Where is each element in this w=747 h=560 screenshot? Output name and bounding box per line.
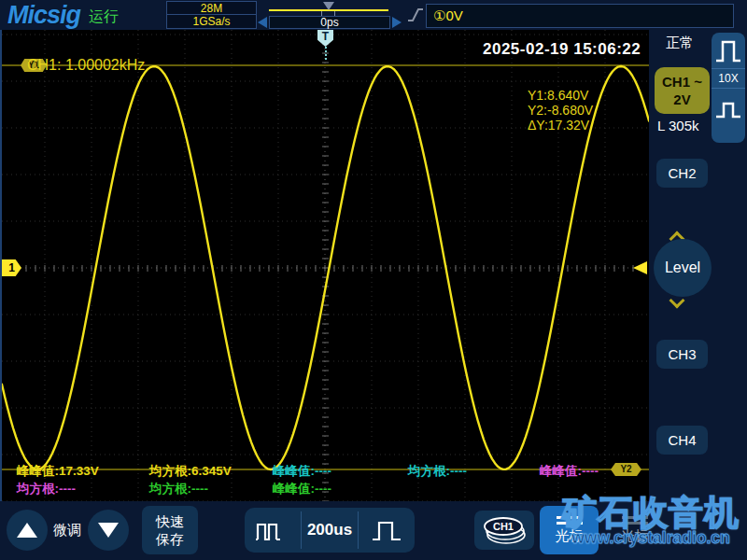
- ch2-button[interactable]: CH2: [656, 159, 708, 188]
- cursor-lines-icon: [557, 522, 583, 525]
- cursor-y2-value: Y2:-8.680V: [528, 103, 593, 118]
- cursor-y1-value: Y1:8.640V: [528, 88, 593, 103]
- trigger-position-slider-icon[interactable]: [323, 2, 334, 10]
- measurement-ch1-pkpk: 峰峰值:17.33V: [17, 463, 99, 480]
- fine-tune-up-button[interactable]: [7, 510, 48, 551]
- ch3-button[interactable]: CH3: [656, 340, 708, 369]
- bottom-toolbar: 微调 快速 保存 200us: [0, 501, 747, 560]
- timebase-control: 200us: [245, 508, 415, 553]
- measurement-ch3-rms: 均方根:----: [17, 481, 76, 497]
- cursor-lines-icon: [557, 516, 583, 519]
- sample-rate: 1GSa/s: [167, 15, 256, 28]
- trigger-position-right-arrow-icon[interactable]: [392, 17, 402, 28]
- pulse-low-icon[interactable]: [713, 89, 743, 124]
- cursor-dy-value: ΔY:17.32V: [528, 118, 593, 133]
- acquisition-info-box[interactable]: 28M 1GSa/s: [166, 1, 257, 29]
- measurement-ch2-rms: 均方根:----: [408, 463, 467, 480]
- secondary-button-label: 光标: [605, 527, 664, 545]
- measurement-ch4-rms: 均方根:----: [149, 481, 208, 497]
- cursor-y2-tag[interactable]: Y2: [611, 463, 641, 476]
- active-channel-select-button[interactable]: CH1: [474, 511, 534, 550]
- cursor-menu-button[interactable]: 光标: [540, 506, 599, 554]
- single-pulse-icon: [370, 517, 403, 543]
- trigger-level-readout[interactable]: ①0V: [426, 4, 734, 28]
- run-status: 运行: [89, 7, 119, 27]
- pulse-high-icon[interactable]: [713, 33, 743, 68]
- timebase-expand-button[interactable]: [245, 508, 301, 553]
- secondary-menu-button[interactable]: 光标: [605, 506, 664, 554]
- trigger-slope-icon[interactable]: [407, 7, 424, 27]
- double-pulse-icon: [256, 517, 289, 543]
- ch4-button[interactable]: CH4: [656, 426, 708, 455]
- trigger-position-left-arrow-icon[interactable]: [258, 17, 267, 28]
- bandwidth-label: L 305k: [657, 118, 698, 133]
- channel-select-label: CH1: [493, 521, 514, 532]
- down-triangle-icon: [98, 523, 119, 538]
- timestamp: 2025-02-19 15:06:22: [483, 40, 641, 59]
- measurement-ch4-pkpk: 峰峰值:----: [273, 481, 331, 497]
- measurement-ch1-rms: 均方根:6.345V: [149, 463, 232, 480]
- waveform-display-area[interactable]: T Y1 Y2 CH1: 1.00002kHz 2025-02-19 15:06…: [2, 30, 649, 501]
- menu-lines-icon: [622, 522, 648, 525]
- oscilloscope-screen: Micsig 运行 28M 1GSa/s 0ps ①0V T Y1 Y2 CH1…: [0, 0, 747, 560]
- memory-depth: 28M: [167, 2, 256, 15]
- cursor-readout-panel: Y1:8.640V Y2:-8.680V ΔY:17.32V: [528, 88, 593, 133]
- trigger-coupling-panel[interactable]: 10X: [712, 33, 745, 143]
- trigger-level-button[interactable]: Level: [654, 239, 712, 297]
- quick-save-button[interactable]: 快速 保存: [142, 506, 198, 554]
- timebase-compress-button[interactable]: [359, 508, 415, 553]
- trigger-time-dotted-line: [325, 47, 327, 60]
- channel-stack-icon: CH1: [480, 514, 529, 546]
- measurement-ch2-pkpk: 峰峰值:----: [273, 463, 331, 480]
- up-triangle-icon: [17, 523, 37, 538]
- top-status-bar: Micsig 运行 28M 1GSa/s 0ps ①0V: [0, 0, 747, 30]
- ch1-frequency-label: CH1: 1.00002kHz: [27, 57, 145, 74]
- trigger-mode-label: 正常: [666, 35, 694, 52]
- trigger-level-arrow-icon[interactable]: [633, 261, 647, 274]
- trigger-position-value[interactable]: 0ps: [269, 16, 390, 29]
- measurement-ch3-pkpk: 峰峰值:----: [540, 463, 599, 480]
- fine-tune-down-button[interactable]: [88, 510, 129, 551]
- brand-logo: Micsig: [7, 1, 80, 30]
- menu-lines-icon: [622, 516, 648, 519]
- ch1-scale-button[interactable]: CH1 ~ 2V: [655, 67, 710, 114]
- probe-ratio-label: 10X: [718, 69, 738, 88]
- fine-tune-label: 微调: [53, 522, 81, 539]
- timebase-value[interactable]: 200us: [302, 508, 358, 553]
- cursor-button-label: 光标: [540, 527, 599, 545]
- right-control-sidebar: 正常 10X CH1 ~ 2V L 305k CH2 Level CH3 CH4: [649, 30, 747, 501]
